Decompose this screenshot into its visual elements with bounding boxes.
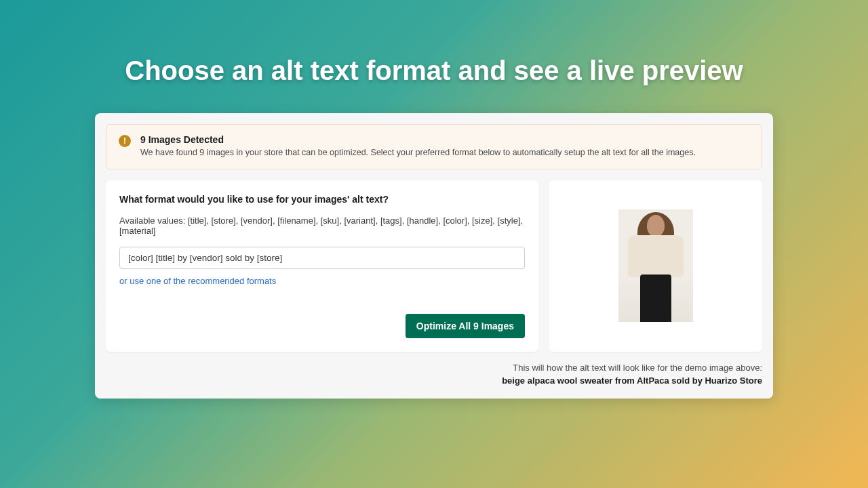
warning-icon: ! — [119, 135, 131, 147]
format-card: What format would you like to use for yo… — [106, 180, 538, 352]
format-question: What format would you like to use for yo… — [119, 194, 525, 205]
main-card: ! 9 Images Detected We have found 9 imag… — [95, 113, 773, 399]
preview-card — [549, 180, 762, 352]
alert-title: 9 Images Detected — [140, 134, 696, 145]
available-values-label: Available values: [title], [store], [ven… — [119, 216, 525, 236]
preview-caption: This will how the alt text will look lik… — [106, 361, 762, 388]
preview-product-image — [618, 209, 693, 322]
hero-title: Choose an alt text format and see a live… — [0, 0, 868, 113]
alt-text-format-input[interactable] — [119, 247, 525, 269]
alert-banner: ! 9 Images Detected We have found 9 imag… — [106, 124, 762, 169]
preview-caption-intro: This will how the alt text will look lik… — [513, 363, 762, 373]
preview-caption-result: beige alpaca wool sweater from AltPaca s… — [502, 375, 762, 386]
alert-description: We have found 9 images in your store tha… — [140, 147, 696, 159]
recommended-formats-link[interactable]: or use one of the recommended formats — [119, 276, 276, 286]
optimize-all-button[interactable]: Optimize All 9 Images — [406, 314, 525, 338]
